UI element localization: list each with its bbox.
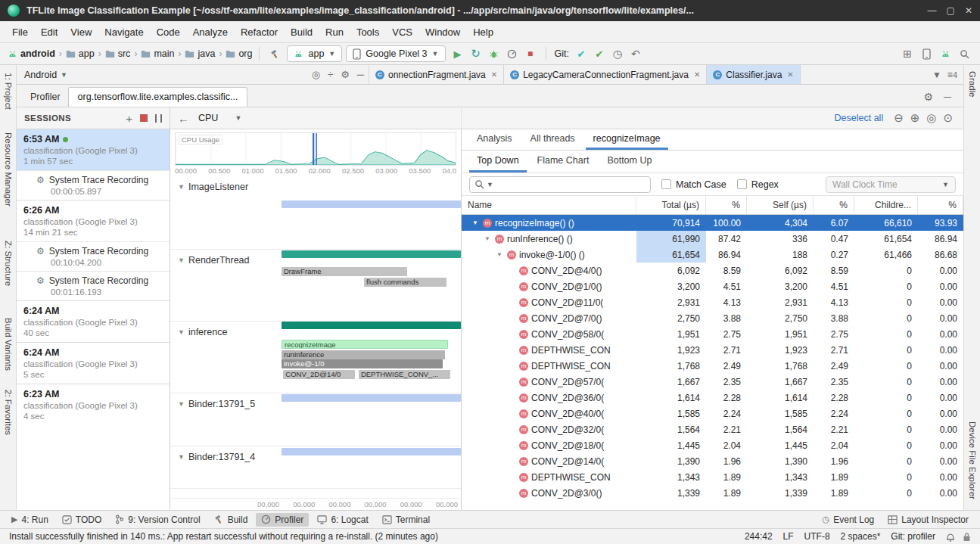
table-row[interactable]: mCONV_2D@14/0(1,3901.961,3901.9600.00 [462, 453, 963, 469]
thread-row[interactable]: ▼Binder:13791_5 [170, 393, 461, 446]
indent-setting[interactable]: 2 spaces* [841, 531, 881, 542]
project-structure-icon[interactable]: ⊞ [899, 45, 916, 62]
trace-bar[interactable] [282, 394, 461, 402]
table-row[interactable]: mCONV_2D@32/0(1,5642.211,5642.2100.00 [462, 421, 963, 437]
tool-button-event-log[interactable]: ◷Event Log [817, 513, 880, 527]
menu-build[interactable]: Build [285, 23, 319, 41]
table-row[interactable]: mDEPTHWISE_CON1,7682.491,7682.4900.00 [462, 358, 963, 374]
session-item[interactable]: 6:23 AMclassification (Google Pixel 3)4 … [17, 384, 170, 425]
column-header[interactable]: Name [462, 196, 636, 214]
menu-tools[interactable]: Tools [350, 23, 385, 41]
thread-row[interactable]: ▼Binder:13791_4 [170, 446, 461, 489]
chevron-down-icon[interactable]: ▼ [932, 70, 941, 80]
line-ending[interactable]: LF [783, 531, 794, 542]
column-header[interactable]: Total (µs) [636, 196, 706, 214]
column-header[interactable]: % [706, 196, 747, 214]
tool-button-4-run[interactable]: ▶4: Run [6, 513, 54, 527]
menu-edit[interactable]: Edit [35, 23, 64, 41]
tool-stripe-2-favorites[interactable]: 2: Favorites [4, 390, 13, 435]
stop-recording-icon[interactable] [140, 114, 148, 122]
settings-gear-icon[interactable]: ⚙ [924, 91, 934, 103]
collapse-triangle-icon[interactable]: ▼ [178, 452, 185, 461]
back-arrow-icon[interactable]: ← [178, 112, 189, 125]
zoom-out-icon[interactable]: ⊖ [894, 111, 904, 125]
lock-icon[interactable] [963, 532, 971, 542]
collapse-triangle-icon[interactable]: ▼ [178, 255, 185, 264]
table-row[interactable]: mCONV_2D@57/0(1,6672.351,6672.3500.00 [462, 374, 963, 390]
menu-help[interactable]: Help [467, 23, 499, 41]
caret-position[interactable]: 244:42 [745, 531, 773, 542]
profiler-tool-label[interactable]: Profiler [23, 88, 68, 107]
search-input[interactable] [496, 179, 646, 190]
session-item[interactable]: 6:24 AMclassification (Google Pixel 3)40… [17, 300, 170, 342]
analysis-subtab-flame-chart[interactable]: Flame Chart [530, 151, 597, 173]
menu-run[interactable]: Run [319, 23, 350, 41]
trace-bar[interactable]: invoke@-1/0 [282, 359, 443, 368]
reset-zoom-icon[interactable]: ◎ [926, 111, 936, 125]
trace-bar[interactable]: recognizeImage [282, 340, 448, 349]
breadcrumb-app[interactable]: app [66, 48, 95, 59]
table-row[interactable]: mCONV_2D@4/0()6,0928.596,0928.5900.00 [462, 263, 963, 278]
thread-row[interactable]: ▼inferencerecognizeImagerunInferenceinvo… [170, 322, 461, 393]
table-row[interactable]: ▼mrecognizeImage() ()70,914100.004,3046.… [462, 215, 963, 231]
zoom-in-icon[interactable]: ⊕ [910, 111, 920, 125]
tool-button-6-logcat[interactable]: 6: Logcat [312, 513, 373, 527]
trace-recording-item[interactable]: ⚙System Trace Recording00:00:05.897 [17, 170, 170, 200]
expand-triangle-icon[interactable]: ▼ [471, 219, 480, 226]
sdk-manager-icon[interactable] [937, 45, 954, 62]
close-tab-icon[interactable]: ✕ [694, 70, 700, 79]
menu-navigate[interactable]: Navigate [98, 23, 149, 41]
column-header[interactable]: Childre... [854, 196, 918, 214]
minimize-button-icon[interactable]: — [928, 5, 937, 16]
collapse-sessions-icon[interactable] [155, 114, 162, 123]
session-item[interactable]: 6:24 AMclassification (Google Pixel 3)5 … [17, 342, 170, 384]
collapse-all-icon[interactable]: ÷ [328, 69, 333, 80]
thread-trace-bars[interactable] [282, 176, 461, 249]
zoom-to-selection-icon[interactable]: ⊙ [943, 111, 953, 125]
trace-bar[interactable]: runInference [282, 350, 445, 359]
session-item[interactable]: 6:26 AMclassification (Google Pixel 3)14… [17, 200, 170, 241]
close-tab-icon[interactable]: ✕ [491, 70, 497, 79]
encoding[interactable]: UTF-8 [804, 531, 830, 542]
git-branch[interactable]: Git: profiler [891, 531, 935, 542]
hide-panel-icon[interactable]: ─ [944, 91, 951, 103]
locate-file-icon[interactable]: ◎ [312, 69, 320, 80]
menu-vcs[interactable]: VCS [386, 23, 418, 41]
thread-trace-bars[interactable] [282, 446, 461, 488]
menu-window[interactable]: Window [419, 23, 466, 41]
table-row[interactable]: mCONV_2D@18/0(1,4452.041,4452.0400.00 [462, 437, 963, 453]
table-row[interactable]: mCONV_2D@11/0(2,9314.132,9314.1300.00 [462, 294, 963, 310]
trace-bar[interactable]: flush commands [364, 278, 446, 287]
rollback-icon[interactable]: ↶ [627, 45, 644, 62]
stop-icon[interactable]: ■ [522, 45, 539, 62]
menu-refactor[interactable]: Refactor [235, 23, 284, 41]
expand-triangle-icon[interactable]: ▼ [495, 251, 504, 258]
column-header[interactable]: Self (µs) [747, 196, 814, 214]
menu-view[interactable]: View [64, 23, 98, 41]
tool-stripe-device-file-explorer[interactable]: Device File Explorer [968, 421, 977, 499]
breadcrumb-main[interactable]: main [141, 48, 174, 59]
commit-check-icon[interactable]: ✔ [573, 45, 590, 62]
breadcrumb-src[interactable]: src [105, 48, 131, 59]
run-icon[interactable]: ▶ [450, 45, 466, 62]
build-hammer-icon[interactable] [266, 45, 283, 62]
table-row[interactable]: ▼mrunInference() ()61,99087.423360.4761,… [462, 231, 963, 247]
settings-gear-icon[interactable]: ⚙ [341, 69, 350, 80]
device-dropdown[interactable]: Google Pixel 3 ▼ [346, 45, 445, 62]
table-row[interactable]: mCONV_2D@40/0(1,5852.241,5852.2400.00 [462, 406, 963, 421]
profile-icon[interactable] [504, 45, 521, 62]
breadcrumb-java[interactable]: java [185, 48, 215, 59]
trace-recording-item[interactable]: ⚙System Trace Recording00:10:04.200 [17, 241, 170, 271]
trace-bar[interactable]: DEPTHWISE_CONV_... [359, 370, 450, 379]
tool-button-profiler[interactable]: Profiler [256, 513, 309, 527]
match-case-checkbox[interactable]: Match Case [661, 179, 726, 190]
avd-manager-icon[interactable] [918, 45, 935, 62]
project-view-selector[interactable]: Android ▼ [24, 70, 67, 80]
editor-tab[interactable]: CClassifier.java✕ [707, 65, 800, 84]
history-icon[interactable]: ◷ [609, 45, 626, 62]
collapse-triangle-icon[interactable]: ▼ [178, 182, 185, 191]
close-tab-icon[interactable]: ✕ [787, 70, 793, 79]
thread-trace-bars[interactable] [282, 393, 461, 446]
analysis-subtab-top-down[interactable]: Top Down [469, 151, 527, 173]
collapse-triangle-icon[interactable]: ▼ [178, 399, 185, 408]
